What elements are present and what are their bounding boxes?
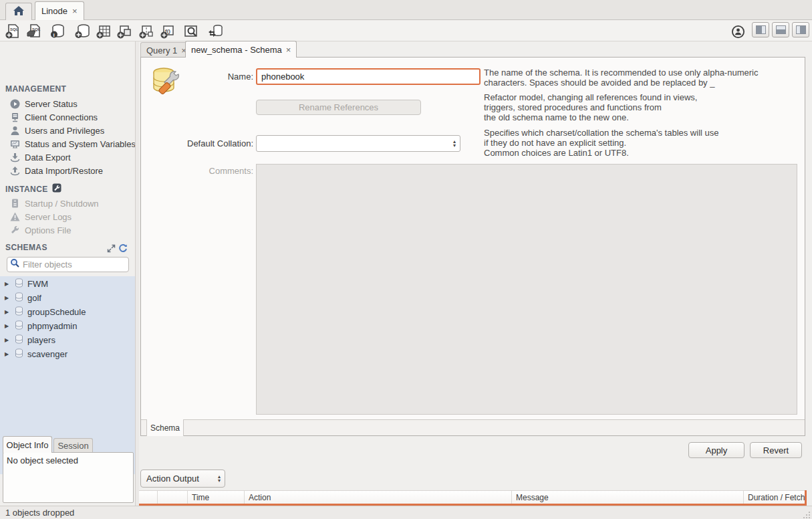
sidebar-item-label: Users and Privileges	[25, 126, 104, 136]
revert-button[interactable]: Revert	[750, 442, 802, 458]
sidebar-item-label: Server Logs	[25, 212, 72, 222]
revert-button-label: Revert	[763, 445, 789, 455]
svg-text:i: i	[53, 32, 55, 38]
create-view-icon[interactable]	[116, 23, 133, 40]
create-procedure-icon[interactable]	[138, 23, 155, 40]
refactor-help-text: Refactor model, changing all references …	[484, 92, 803, 122]
sidebar-splitter[interactable]	[136, 41, 139, 506]
schema-editor-panel: Name: The name of the schema. It is reco…	[140, 57, 805, 436]
sidebar-item-label: Client Connections	[25, 112, 98, 122]
create-function-icon[interactable]: f()	[159, 23, 176, 40]
toggle-right-sidebar-icon	[796, 25, 806, 34]
spin-down-icon[interactable]: ▾	[218, 479, 221, 483]
spinner-icon[interactable]: ▴ ▾	[214, 475, 225, 483]
schema-icon	[15, 292, 23, 304]
tab-object-info-label: Object Info	[7, 440, 49, 450]
expander-icon[interactable]: ▶	[5, 281, 11, 287]
user-account-icon[interactable]	[729, 23, 747, 40]
sidebar-item-server-status[interactable]: Server Status	[9, 97, 135, 110]
rename-references-button[interactable]: Rename References	[256, 100, 421, 115]
collation-select[interactable]: ▴ ▾	[256, 135, 460, 152]
expand-schemas-icon[interactable]	[107, 243, 116, 255]
refresh-schemas-icon[interactable]	[118, 243, 128, 255]
sidebar-item-system-variables[interactable]: Status and System Variables	[9, 137, 135, 150]
close-icon[interactable]: ×	[72, 6, 78, 16]
sidebar-item-startup-shutdown[interactable]: Startup / Shutdown	[9, 197, 135, 210]
schema-row-scavenger[interactable]: ▶ scavenger	[0, 347, 135, 361]
wrench-badge-icon	[52, 183, 61, 195]
schemas-section-title: SCHEMAS	[5, 243, 47, 252]
wrench-icon	[9, 225, 20, 235]
spin-down-icon[interactable]: ▾	[453, 144, 456, 148]
output-selector[interactable]: Action Output ▴ ▾	[140, 470, 225, 488]
tab-schema-editor[interactable]: new_schema - Schema ×	[185, 41, 297, 58]
status-text: 1 objects dropped	[5, 508, 74, 518]
search-table-data-icon[interactable]	[182, 23, 200, 40]
connection-tab-linode[interactable]: Linode ×	[35, 1, 84, 20]
sidebar-item-label: Status and System Variables	[25, 139, 135, 149]
schema-icon	[15, 306, 23, 318]
schema-name: players	[27, 335, 55, 345]
new-sql-tab-icon[interactable]: SQL	[4, 23, 21, 40]
sidebar-item-options-file[interactable]: Options File	[9, 223, 135, 237]
sidebar-item-data-import[interactable]: Data Import/Restore	[9, 164, 135, 177]
toggle-left-sidebar-button[interactable]	[752, 22, 769, 37]
schema-icon	[15, 348, 23, 360]
server-status-icon	[9, 98, 20, 109]
schema-row-fwm[interactable]: ▶ FWM	[0, 277, 135, 291]
toggle-right-sidebar-button[interactable]	[792, 22, 809, 37]
apply-button-label: Apply	[706, 445, 728, 455]
schema-name: scavenger	[27, 349, 67, 359]
schema-row-groupschedule[interactable]: ▶ groupSchedule	[0, 305, 135, 319]
schema-row-players[interactable]: ▶ players	[0, 333, 135, 347]
open-sql-script-icon[interactable]: SQL	[25, 23, 43, 40]
sidebar-item-client-connections[interactable]: Client Connections	[9, 110, 135, 124]
toggle-left-sidebar-icon	[756, 25, 766, 34]
sidebar-item-server-logs[interactable]: Server Logs	[9, 210, 135, 223]
sidebar-item-label: Options File	[25, 225, 71, 235]
spinner-icon[interactable]: ▴ ▾	[449, 140, 460, 148]
tab-query-1-label: Query 1	[146, 45, 177, 56]
column-header-duration: Duration / Fetch	[743, 491, 807, 504]
collation-help-text: Specifies which charset/collation the sc…	[484, 128, 803, 158]
tab-schema-editor-label: new_schema - Schema	[191, 45, 282, 55]
server-box-icon	[9, 198, 20, 209]
resize-grip-icon[interactable]	[803, 510, 811, 519]
create-table-icon[interactable]	[95, 23, 112, 40]
instance-section-title: INSTANCE	[5, 183, 61, 195]
management-section-title: MANAGEMENT	[5, 84, 66, 94]
collation-label: Default Collation:	[161, 138, 253, 148]
tab-schema-bottom[interactable]: Schema	[146, 419, 184, 436]
home-tab[interactable]	[5, 3, 32, 20]
sidebar-item-users-privileges[interactable]: Users and Privileges	[9, 124, 135, 137]
schema-filter-input[interactable]	[23, 260, 140, 270]
expander-icon[interactable]: ▶	[5, 351, 11, 357]
schema-row-golf[interactable]: ▶ golf	[0, 291, 135, 305]
column-header-action: Action	[244, 491, 511, 504]
tab-object-info[interactable]: Object Info	[3, 436, 52, 453]
sidebar-item-data-export[interactable]: Data Export	[9, 150, 135, 164]
toggle-bottom-panel-button[interactable]	[772, 22, 789, 37]
apply-button[interactable]: Apply	[688, 442, 745, 458]
toggle-bottom-panel-icon	[776, 25, 786, 34]
mysql-workbench-window: Linode × SQL SQL i f()	[0, 0, 812, 519]
expander-icon[interactable]: ▶	[5, 309, 11, 315]
expander-icon[interactable]: ▶	[5, 295, 11, 301]
tab-session[interactable]: Session	[53, 438, 93, 453]
sidebar-item-label: Server Status	[25, 99, 78, 109]
schema-name-input[interactable]	[256, 68, 481, 85]
close-icon[interactable]: ×	[286, 45, 291, 55]
create-schema-icon[interactable]	[74, 23, 91, 40]
editor-bottom-tabbar: Schema	[141, 419, 805, 435]
expander-icon[interactable]: ▶	[5, 337, 11, 343]
system-variables-icon	[9, 138, 20, 149]
sidebar-item-label: Data Import/Restore	[25, 166, 103, 176]
schema-inspector-icon[interactable]: i	[49, 23, 66, 40]
schema-row-phpmyadmin[interactable]: ▶ phpmyadmin	[0, 319, 135, 333]
users-icon	[9, 125, 20, 136]
main-toolbar: SQL SQL i f()	[0, 21, 812, 41]
expander-icon[interactable]: ▶	[5, 323, 11, 329]
comments-textarea[interactable]	[256, 164, 797, 415]
reconnect-database-icon[interactable]	[207, 23, 224, 40]
schema-icon	[15, 278, 23, 290]
